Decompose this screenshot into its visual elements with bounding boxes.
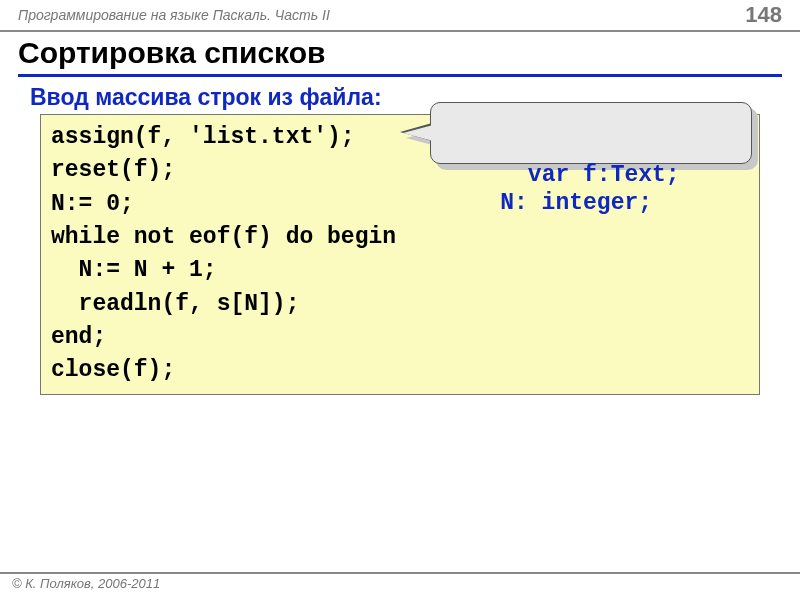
footer-bar: © К. Поляков, 2006-2011 <box>0 572 800 600</box>
callout-tail <box>403 125 433 141</box>
subtitle: Ввод массива строк из файла: <box>30 84 382 111</box>
slide: Программирование на языке Паскаль. Часть… <box>0 0 800 600</box>
copyright: © К. Поляков, 2006-2011 <box>12 576 160 591</box>
page-number: 148 <box>745 2 782 28</box>
title-wrap: Сортировка списков <box>18 36 782 77</box>
course-title: Программирование на языке Паскаль. Часть… <box>18 7 330 23</box>
header-bar: Программирование на языке Паскаль. Часть… <box>0 0 800 32</box>
callout-wrap: var f:Text; N: integer; <box>430 102 752 164</box>
callout-box: var f:Text; N: integer; <box>430 102 752 164</box>
callout-text: var f:Text; N: integer; <box>445 162 680 216</box>
slide-title: Сортировка списков <box>18 36 782 70</box>
